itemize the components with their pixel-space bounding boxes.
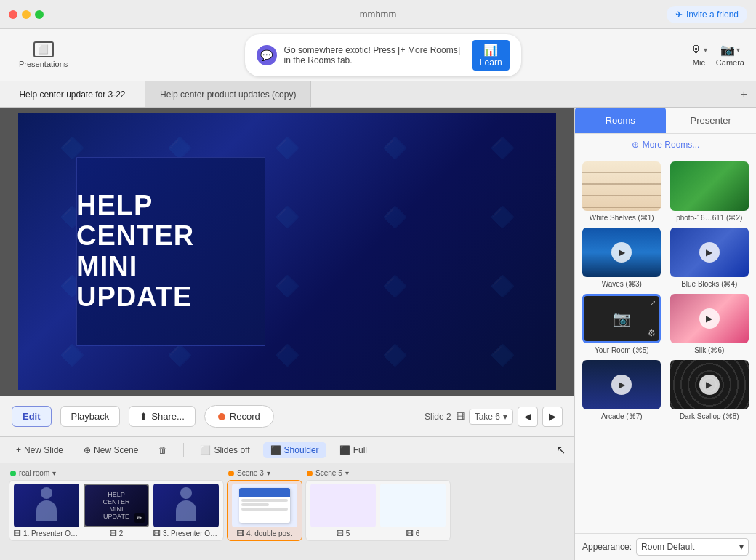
slides-off-icon: ⬜ — [200, 445, 211, 455]
double-post-inner — [239, 488, 290, 523]
traffic-lights — [9, 10, 44, 19]
presentations-icon: ⬜ — [33, 41, 54, 57]
maximize-button[interactable] — [35, 10, 44, 19]
toolbar: ⬜ Presentations 💬 Go somewhere exotic! P… — [0, 29, 756, 81]
slide-thumb-label-1: 🎞1. Presenter Only — [14, 529, 79, 537]
slide-thumb-3[interactable]: 🎞3. Presenter Only — [153, 484, 219, 537]
titlebar-right: ✈ Invite a friend — [667, 6, 747, 23]
edit-button[interactable]: Edit — [12, 406, 52, 427]
dp-line — [241, 499, 288, 502]
slide-info: Slide 2 🎞 Take 6 ▾ — [425, 409, 513, 425]
share-icon: ⬆ — [140, 411, 148, 422]
double-post-body — [239, 497, 290, 513]
presenter-tab[interactable]: Presenter — [666, 108, 757, 133]
play-circle-arcade: ▶ — [611, 375, 632, 395]
person-head — [41, 487, 52, 499]
learn-button[interactable]: 📊 Learn — [472, 40, 510, 71]
slide-thumb-5[interactable]: 🎞5 — [310, 484, 376, 537]
your-room-camera-icon: 📷 — [613, 310, 631, 327]
room-thumb-white-shelves — [582, 161, 661, 211]
more-rooms-button[interactable]: ⊕ More Rooms... — [575, 134, 756, 156]
room-item-blue-blocks[interactable]: ▶ Blue Blocks (⌘4) — [669, 228, 751, 288]
film-strip-icon: 🎞 — [456, 412, 465, 422]
scene-strip-container: + New Slide ⊕ New Scene 🗑 ⬜ Slides off ⬛ — [0, 436, 574, 560]
slide-preview: 🔷 🔷 🔷 🔷 🔷 🔷 🔷 🔷 🔷 🔷 🔷 🔷 🔷 🔷 🔷 🔷 — [0, 108, 574, 396]
scene5-dropdown-icon: ▾ — [345, 469, 349, 477]
tab-2[interactable]: Help center product updates (copy) — [145, 81, 311, 107]
scene3-dropdown-icon: ▾ — [267, 469, 270, 477]
watermark-item: 🔷 — [449, 252, 556, 321]
invite-icon: ✈ — [675, 9, 683, 20]
new-scene-button[interactable]: ⊕ New Scene — [76, 442, 145, 458]
add-tab-button[interactable]: + — [732, 81, 756, 107]
scene-group-label-scene5: Scene 5 ▾ — [305, 469, 451, 477]
next-slide-button[interactable]: ▶ — [542, 407, 563, 427]
new-slide-button[interactable]: + New Slide — [9, 442, 71, 458]
take-select[interactable]: Take 6 ▾ — [469, 409, 513, 425]
minimize-button[interactable] — [22, 10, 31, 19]
room-thumb-your-room: 📷 ⚙ ⤢ — [582, 294, 661, 343]
room-item-photo[interactable]: photo-16…611 (⌘2) — [669, 161, 751, 222]
watermark-item: 🔷 — [341, 183, 449, 252]
delete-icon: 🗑 — [158, 445, 167, 455]
new-slide-icon: + — [16, 445, 21, 455]
mic-button[interactable]: 🎙 ▾ Mic — [691, 44, 707, 67]
slide-canvas: 🔷 🔷 🔷 🔷 🔷 🔷 🔷 🔷 🔷 🔷 🔷 🔷 🔷 🔷 🔷 🔷 — [18, 113, 556, 390]
playback-button[interactable]: Playback — [60, 406, 121, 427]
share-button[interactable]: ⬆ Share... — [129, 406, 196, 427]
appearance-select[interactable]: Room Default ▾ — [636, 538, 749, 556]
play-circle-scallop: ▶ — [699, 375, 720, 395]
scene-strip: real room ▾ 🎞1. Pre — [0, 463, 574, 560]
cursor-icon: ↖ — [556, 444, 566, 456]
film-icon: 🎞 — [14, 529, 21, 537]
invite-button[interactable]: ✈ Invite a friend — [667, 6, 747, 23]
rooms-panel: Rooms Presenter ⊕ More Rooms... White Sh… — [574, 108, 756, 560]
your-room-settings-icon: ⚙ — [648, 328, 656, 338]
slide-thumb-2[interactable]: HELPCENTERMINIUPDATE ✏ 🎞2 — [84, 484, 149, 537]
room-item-white-shelves[interactable]: White Shelves (⌘1) — [581, 161, 663, 222]
slide-thumb-label-2: 🎞2 — [110, 529, 124, 537]
slide-thumb-6[interactable]: 🎞6 — [380, 484, 446, 537]
camera-button[interactable]: 📷 ▾ Camera — [716, 43, 744, 67]
play-overlay-silk: ▶ — [670, 294, 749, 343]
room-item-arcade[interactable]: ▶ Arcade (⌘7) — [581, 360, 663, 420]
film-icon-6: 🎞 — [406, 529, 414, 537]
room-item-silk[interactable]: ▶ Silk (⌘6) — [669, 294, 751, 354]
play-overlay-waves: ▶ — [582, 228, 661, 277]
play-overlay-arcade: ▶ — [582, 360, 661, 409]
full-button[interactable]: ⬛ Full — [332, 442, 374, 458]
watermark-item: 🔷 — [449, 183, 556, 252]
room-item-dark-scallop[interactable]: ▶ Dark Scallop (⌘8) — [669, 360, 751, 420]
plus-circle-icon: ⊕ — [632, 140, 639, 150]
tab-1[interactable]: Help center update for 3-22 — [0, 81, 145, 107]
slides-off-button[interactable]: ⬜ Slides off — [193, 442, 257, 458]
prev-slide-button[interactable]: ◀ — [518, 407, 538, 427]
record-button[interactable]: Record — [204, 405, 274, 428]
watermark-item: 🔷 — [341, 321, 449, 390]
room-item-your-room[interactable]: 📷 ⚙ ⤢ Your Room (⌘5) — [581, 294, 663, 354]
full-icon: ⬛ — [339, 445, 350, 455]
play-circle-blocks: ▶ — [699, 242, 720, 263]
slide-thumb-4[interactable]: 🎞4. double post — [232, 484, 297, 537]
delete-button[interactable]: 🗑 — [151, 442, 174, 458]
slide-navigation: Slide 2 🎞 Take 6 ▾ ◀ ▶ — [425, 407, 563, 427]
slide-thumb-label-4: 🎞4. double post — [237, 529, 292, 537]
shoulder-button[interactable]: ⬛ Shoulder — [263, 442, 326, 458]
slide-thumb-1[interactable]: 🎞1. Presenter Only — [14, 484, 79, 537]
play-circle-silk: ▶ — [699, 308, 720, 329]
cursor-area: ↖ — [556, 443, 566, 457]
play-circle-waves: ▶ — [611, 242, 632, 263]
titlebar: mmhmm ✈ Invite a friend — [0, 0, 756, 29]
scene-status-dot-3 — [228, 471, 234, 476]
scene-group-label-scene3: Scene 3 ▾ — [227, 469, 302, 477]
room-item-waves[interactable]: ▶ Waves (⌘3) — [581, 228, 663, 288]
presentations-button[interactable]: ⬜ Presentations — [12, 37, 75, 73]
your-room-expand-icon: ⤢ — [650, 299, 656, 307]
close-button[interactable] — [9, 10, 17, 19]
slide-2-content: HELPCENTERMINIUPDATE — [100, 488, 132, 523]
person-head-3 — [180, 487, 192, 499]
record-dot-icon — [218, 413, 225, 420]
appearance-chevron-icon: ▾ — [739, 542, 744, 552]
rooms-tab[interactable]: Rooms — [575, 108, 666, 133]
slide-thumb-label-3: 🎞3. Presenter Only — [153, 529, 219, 537]
